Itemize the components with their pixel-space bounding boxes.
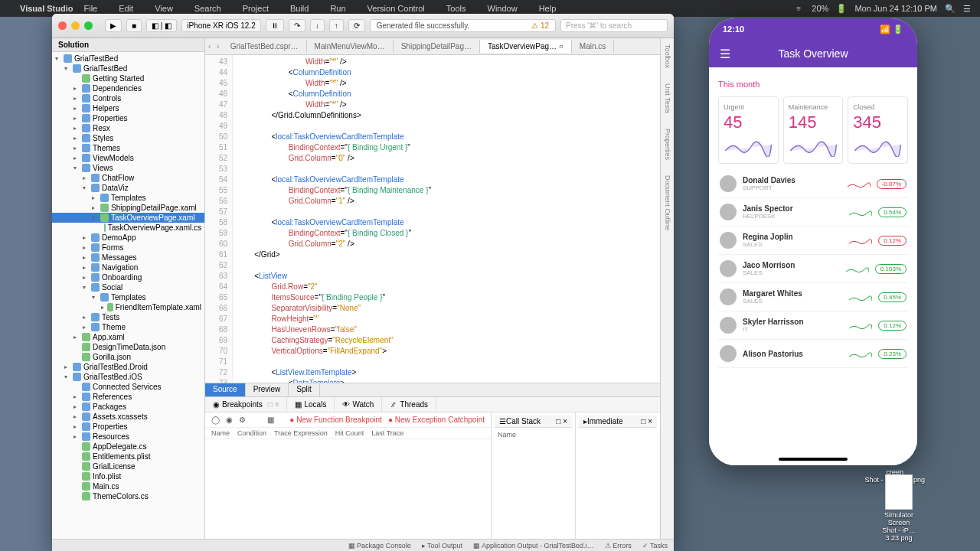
run-button[interactable]: ▶ xyxy=(105,19,122,32)
tree-item[interactable]: ▸Themes xyxy=(52,143,204,153)
panel-threads[interactable]: ⫽ Threads xyxy=(382,397,436,412)
menubar-item[interactable]: Help xyxy=(539,4,557,13)
properties-tab[interactable]: Properties xyxy=(664,129,671,160)
tree-item[interactable]: ▸Templates xyxy=(52,193,204,203)
tree-item[interactable]: ▸ShippingDetailPage.xaml xyxy=(52,203,204,213)
list-item[interactable]: Alison Pastorius0.23% xyxy=(718,340,908,368)
tree-item[interactable]: ▸Forms xyxy=(52,243,204,253)
stop-button[interactable]: ■ xyxy=(126,19,142,32)
status-tasks[interactable]: ✓ Tasks xyxy=(642,542,668,549)
control-center-icon[interactable]: ☰ xyxy=(963,4,971,14)
tree-item[interactable]: DesignTimeData.json xyxy=(52,342,204,352)
tab-source[interactable]: Source xyxy=(205,383,246,396)
tree-item[interactable]: ▸ChatFlow xyxy=(52,173,204,183)
tree-item[interactable]: Gorilla.json xyxy=(52,352,204,362)
bp-settings-icon[interactable]: ⚙ xyxy=(239,416,246,424)
tab-back-button[interactable]: ‹ xyxy=(205,42,214,51)
status-tool-output[interactable]: ▸ Tool Output xyxy=(422,542,462,549)
spotlight-icon[interactable]: 🔍 xyxy=(945,4,956,14)
tree-item[interactable]: ▸Packages xyxy=(52,402,204,412)
editor-tab[interactable]: ShippingDetailPag… xyxy=(394,40,480,53)
tree-item[interactable]: ▸Onboarding xyxy=(52,272,204,282)
tree-item[interactable]: ▸Properties xyxy=(52,113,204,123)
new-fn-breakpoint[interactable]: New Function Breakpoint xyxy=(296,416,382,424)
menubar-item[interactable]: File xyxy=(83,4,97,13)
tree-item[interactable]: ▾GrialTestBed xyxy=(52,64,204,73)
tree-item[interactable]: ▾Templates xyxy=(52,292,204,302)
menubar-item[interactable]: Build xyxy=(290,4,309,13)
tree-item[interactable]: ▸ViewModels xyxy=(52,153,204,163)
tree-item[interactable]: ▸Resx xyxy=(52,123,204,133)
tree-item[interactable]: ▸References xyxy=(52,392,204,402)
step-out-button[interactable]: ↑ xyxy=(329,19,344,32)
tree-item[interactable]: ▸App.xaml xyxy=(52,332,204,342)
panel-watch[interactable]: 👁 Watch xyxy=(335,397,382,412)
tree-item[interactable]: ▾Views xyxy=(52,163,204,173)
tree-item[interactable]: ThemeColors.cs xyxy=(52,491,204,501)
panel-immediate[interactable]: ▸ Immediate□ × xyxy=(579,416,657,428)
hamburger-icon[interactable]: ☰ xyxy=(720,47,730,61)
editor-tab[interactable]: Main.cs xyxy=(572,40,614,53)
home-indicator[interactable] xyxy=(779,458,848,461)
menubar-item[interactable]: Version Control xyxy=(368,4,425,13)
tree-item[interactable]: Info.plist xyxy=(52,471,204,481)
tab-fwd-button[interactable]: › xyxy=(214,42,222,51)
panel-breakpoints[interactable]: ◉ Breakpoints□ × xyxy=(205,397,287,412)
list-item[interactable]: Janis SpectorHELPDESK0.54% xyxy=(718,198,908,227)
tree-item[interactable]: ▸Theme xyxy=(52,322,204,332)
tab-preview[interactable]: Preview xyxy=(246,383,289,396)
tree-item[interactable]: ▸Dependencies xyxy=(52,83,204,93)
step-in-button[interactable]: ↓ xyxy=(310,19,325,32)
menubar-item[interactable]: Search xyxy=(194,4,221,13)
step-over-button[interactable]: ↷ xyxy=(289,19,305,32)
list-item[interactable]: Donald DaviesSUPPORT-0.87% xyxy=(718,170,908,198)
tree-item[interactable]: ▾DataViz xyxy=(52,183,204,193)
tree-item[interactable]: Entitlements.plist xyxy=(52,452,204,461)
desktop-file[interactable]: Simulator ScreenShot - iP…3.23.png xyxy=(877,474,920,542)
bp-clear-icon[interactable]: ◯ xyxy=(211,416,220,424)
tree-item[interactable]: ▸Assets.xcassets xyxy=(52,412,204,422)
panel-callstack[interactable]: ☰ Call Stack□ × xyxy=(495,416,572,428)
toolbox-tab[interactable]: Toolbox xyxy=(664,44,671,68)
zoom-window-button[interactable] xyxy=(84,21,93,30)
solution-sidebar[interactable]: Solution ▾GrialTestBed▾GrialTestBedGetti… xyxy=(52,38,205,539)
warnings-count[interactable]: ⚠ 12 xyxy=(531,21,549,30)
list-item[interactable]: Skyler HarrissonIT0.12% xyxy=(718,311,908,340)
editor-tab[interactable]: MainMenuViewMo… xyxy=(307,40,394,53)
clock[interactable]: Mon Jun 24 12:10 PM xyxy=(854,4,937,13)
doc-outline-tab[interactable]: Document Outline xyxy=(664,175,671,230)
list-item[interactable]: Regina JoplinSALES0.12% xyxy=(718,227,908,255)
tree-item[interactable]: ▸Properties xyxy=(52,422,204,432)
editor-tab[interactable]: GrialTestBed.cspr… xyxy=(223,40,307,53)
tree-item[interactable]: ▸Controls xyxy=(52,93,204,103)
tree-item[interactable]: ▾Social xyxy=(52,282,204,292)
tree-item[interactable]: ▸Styles xyxy=(52,133,204,143)
tree-item[interactable]: ▾GrialTestBed xyxy=(52,54,204,64)
minimize-window-button[interactable] xyxy=(71,21,80,30)
tree-item[interactable]: ▸Navigation xyxy=(52,262,204,272)
menubar-item[interactable]: Project xyxy=(243,4,269,13)
tree-item[interactable]: ▸Helpers xyxy=(52,103,204,113)
tree-item[interactable]: Connected Services xyxy=(52,382,204,392)
metric-card[interactable]: Urgent45 xyxy=(718,96,779,164)
tab-split[interactable]: Split xyxy=(289,383,319,396)
pause-button[interactable]: ⏸ xyxy=(266,19,284,32)
status-package-console[interactable]: ▦ Package Console xyxy=(348,542,411,549)
tree-item[interactable]: ▾GrialTestBed.iOS xyxy=(52,372,204,382)
menubar-item[interactable]: Window xyxy=(488,4,518,13)
tree-item[interactable]: ▸Tests xyxy=(52,312,204,322)
status-app-output[interactable]: ▦ Application Output - GrialTestBed.i… xyxy=(473,542,594,549)
tree-item[interactable]: Getting Started xyxy=(52,73,204,83)
tree-item[interactable]: AppDelegate.cs xyxy=(52,442,204,452)
tree-item[interactable]: ▸Messages xyxy=(52,253,204,262)
code-editor[interactable]: 4344454647484950515253545556575859606162… xyxy=(205,55,660,383)
tree-item[interactable]: ▸FriendItemTemplate.xaml xyxy=(52,302,204,312)
panel-locals[interactable]: ▦ Locals xyxy=(287,397,335,412)
global-search-input[interactable]: Press '⌘' to search xyxy=(560,19,668,32)
menubar-item[interactable]: Edit xyxy=(119,4,133,13)
list-item[interactable]: Margaret WhitesSALES0.45% xyxy=(718,283,908,311)
app-name[interactable]: Visual Studio xyxy=(20,4,73,13)
status-errors[interactable]: ⚠ Errors xyxy=(605,542,632,549)
tree-item[interactable]: Main.cs xyxy=(52,481,204,491)
refresh-button[interactable]: ⟳ xyxy=(348,19,365,32)
